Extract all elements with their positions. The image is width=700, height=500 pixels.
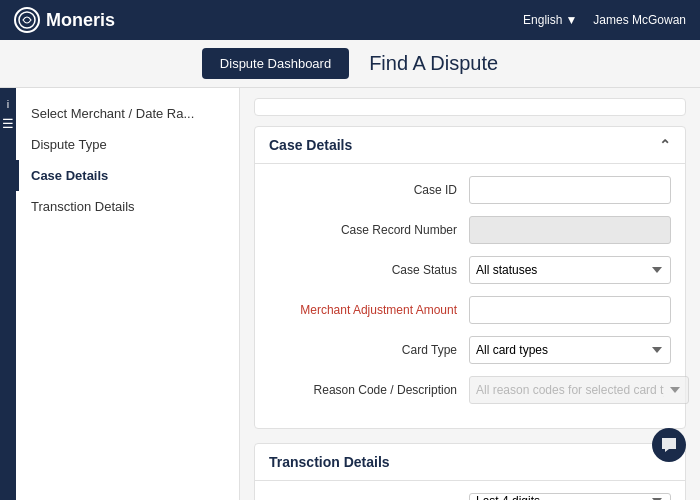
svg-point-0 xyxy=(19,12,35,28)
case-id-input[interactable] xyxy=(469,176,671,204)
cardholder-number-select[interactable]: Last 4 digits xyxy=(469,493,671,500)
cardholder-number-row: Cardholder Number Last 4 digits xyxy=(269,493,671,500)
transaction-details-header: Transction Details ⌃ xyxy=(255,444,685,481)
menu-icon[interactable]: ☰ xyxy=(2,116,14,131)
case-details-panel: Case Details ⌃ Case ID Case Record Numbe… xyxy=(254,126,686,429)
sub-header: Dispute Dashboard Find A Dispute xyxy=(0,40,700,88)
chat-bubble[interactable] xyxy=(652,428,686,462)
top-spacer xyxy=(254,98,686,116)
language-selector[interactable]: English ▼ xyxy=(523,13,577,27)
transaction-details-body: Cardholder Number Last 4 digits xyxy=(255,481,685,500)
reason-code-label: Reason Code / Description xyxy=(269,383,469,397)
sidebar-item-transaction-details[interactable]: Transction Details xyxy=(16,191,239,222)
sidebar-edge: i ☰ xyxy=(0,88,16,500)
case-status-label: Case Status xyxy=(269,263,469,277)
sidebar-item-case-details[interactable]: Case Details xyxy=(16,160,239,191)
case-status-row: Case Status All statuses xyxy=(269,256,671,284)
merchant-adjustment-amount-input[interactable] xyxy=(469,296,671,324)
case-record-number-label: Case Record Number xyxy=(269,223,469,237)
case-id-label: Case ID xyxy=(269,183,469,197)
case-status-select[interactable]: All statuses xyxy=(469,256,671,284)
content-area: Case Details ⌃ Case ID Case Record Numbe… xyxy=(240,88,700,500)
merchant-adjustment-amount-row: Merchant Adjustment Amount xyxy=(269,296,671,324)
reason-code-row: Reason Code / Description All reason cod… xyxy=(269,376,671,404)
sidebar-menu: Select Merchant / Date Ra... Dispute Typ… xyxy=(16,98,239,222)
transaction-details-panel: Transction Details ⌃ Cardholder Number L… xyxy=(254,443,686,500)
sidebar-item-dispute-type[interactable]: Dispute Type xyxy=(16,129,239,160)
case-id-row: Case ID xyxy=(269,176,671,204)
sidebar: i ☰ Select Merchant / Date Ra... Dispute… xyxy=(0,88,240,500)
merchant-adjustment-amount-label: Merchant Adjustment Amount xyxy=(269,303,469,317)
sidebar-item-select-merchant[interactable]: Select Merchant / Date Ra... xyxy=(16,98,239,129)
case-details-collapse-icon[interactable]: ⌃ xyxy=(659,137,671,153)
case-record-number-row: Case Record Number xyxy=(269,216,671,244)
header-right: English ▼ James McGowan xyxy=(523,13,686,27)
lang-label: English xyxy=(523,13,562,27)
transaction-details-title: Transction Details xyxy=(269,454,390,470)
case-record-number-input xyxy=(469,216,671,244)
card-type-select[interactable]: All card types xyxy=(469,336,671,364)
logo: Moneris xyxy=(14,7,115,33)
card-type-label: Card Type xyxy=(269,343,469,357)
main-layout: i ☰ Select Merchant / Date Ra... Dispute… xyxy=(0,88,700,500)
case-details-body: Case ID Case Record Number Case Status A… xyxy=(255,164,685,428)
reason-code-select[interactable]: All reason codes for selected card type xyxy=(469,376,689,404)
info-icon[interactable]: i xyxy=(7,98,9,110)
logo-text: Moneris xyxy=(46,10,115,31)
app-header: Moneris English ▼ James McGowan xyxy=(0,0,700,40)
dispute-dashboard-button[interactable]: Dispute Dashboard xyxy=(202,48,349,79)
card-type-row: Card Type All card types xyxy=(269,336,671,364)
case-details-header: Case Details ⌃ xyxy=(255,127,685,164)
lang-chevron-icon: ▼ xyxy=(565,13,577,27)
user-name: James McGowan xyxy=(593,13,686,27)
logo-icon xyxy=(14,7,40,33)
case-details-title: Case Details xyxy=(269,137,352,153)
page-title: Find A Dispute xyxy=(369,52,498,75)
